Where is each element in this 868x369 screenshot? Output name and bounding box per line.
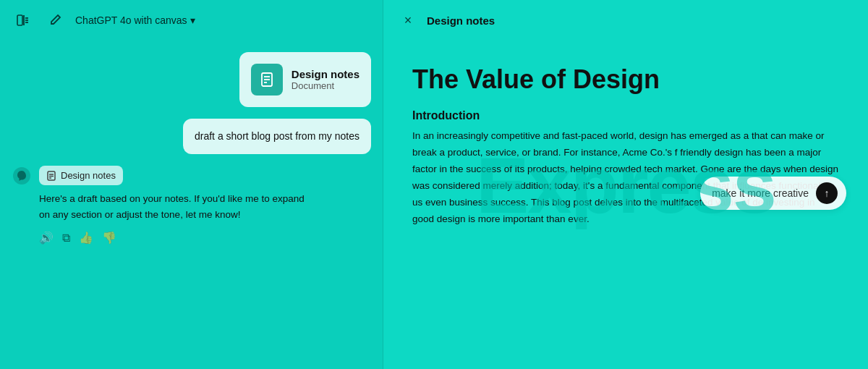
doc-title: Design notes	[292, 68, 359, 80]
edit-button[interactable]	[43, 9, 67, 32]
action-icons: 🔊 ⧉ 👍 👎	[39, 231, 307, 245]
document-card: Design notes Document	[239, 52, 371, 107]
doc-type: Document	[292, 80, 359, 91]
left-panel: ChatGPT 4o with canvas ▾ Design notes	[0, 0, 383, 369]
user-message-text: draft a short blog post from my notes	[195, 130, 359, 142]
doc-ref-label: Design notes	[61, 170, 116, 181]
copy-button[interactable]: ⧉	[62, 232, 70, 245]
close-button[interactable]: ×	[398, 10, 418, 30]
chat-area: Design notes Document draft a short blog…	[0, 41, 383, 369]
blog-section-heading: Introduction	[412, 109, 839, 122]
blog-title: The Value of Design	[412, 64, 839, 95]
doc-ref-icon	[46, 171, 56, 181]
chevron-down-icon: ▾	[190, 14, 195, 26]
close-icon: ×	[404, 13, 412, 28]
assistant-content: Design notes Here's a draft based on you…	[39, 166, 307, 245]
sidebar-icon	[16, 13, 30, 27]
doc-info: Design notes Document	[292, 68, 359, 91]
assistant-avatar	[12, 166, 32, 186]
user-message: draft a short blog post from my notes	[183, 119, 371, 154]
chatgpt-logo-icon	[12, 166, 31, 185]
thumbs-down-button[interactable]: 👎	[102, 231, 116, 245]
svg-rect-0	[17, 15, 22, 25]
creative-popup-text: make it more creative	[712, 187, 809, 199]
sidebar-toggle-button[interactable]	[12, 9, 35, 32]
right-top-bar: × Design notes	[383, 0, 868, 41]
top-bar: ChatGPT 4o with canvas ▾	[0, 0, 383, 41]
edit-icon	[48, 14, 61, 27]
assistant-response-text: Here's a draft based on your notes. If y…	[39, 191, 307, 222]
send-icon: ↑	[825, 187, 830, 199]
thumbs-up-button[interactable]: 👍	[79, 231, 93, 245]
right-panel: × Design notes The Value of Design Intro…	[383, 0, 868, 369]
model-selector[interactable]: ChatGPT 4o with canvas ▾	[75, 14, 195, 26]
panel-title: Design notes	[427, 14, 495, 27]
speak-button[interactable]: 🔊	[39, 231, 54, 245]
creative-popup: make it more creative ↑	[700, 177, 846, 210]
doc-icon-wrap	[251, 64, 283, 96]
assistant-section: Design notes Here's a draft based on you…	[12, 166, 371, 245]
document-icon	[259, 72, 275, 88]
model-name: ChatGPT 4o with canvas	[75, 14, 187, 26]
doc-reference: Design notes	[39, 166, 123, 185]
app-container: ChatGPT 4o with canvas ▾ Design notes	[0, 0, 868, 369]
canvas-area: The Value of Design Introduction In an i…	[383, 41, 868, 369]
send-creative-button[interactable]: ↑	[816, 182, 838, 204]
